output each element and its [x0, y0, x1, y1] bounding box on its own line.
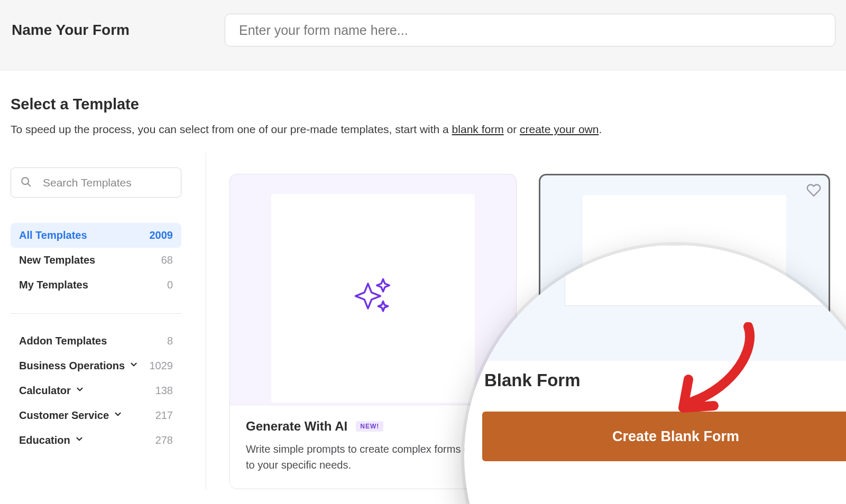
category-count: 68 — [161, 254, 173, 266]
category-count: 138 — [155, 385, 173, 397]
magnifier-body: Blank Form Create Blank Form — [464, 361, 846, 461]
category-my-templates[interactable]: My Templates 0 — [11, 273, 181, 297]
category-label: Education — [19, 434, 70, 446]
name-your-form-label: Name Your Form — [12, 22, 130, 39]
search-icon — [20, 176, 32, 190]
chevron-down-icon — [113, 409, 123, 422]
svg-line-1 — [28, 184, 31, 186]
category-count: 1029 — [150, 360, 173, 372]
category-list-top: All Templates 2009 New Templates 68 My T… — [11, 223, 181, 297]
category-count: 217 — [155, 409, 173, 422]
select-template-intro: Select a Template To speed up the proces… — [0, 70, 846, 153]
search-templates-input[interactable] — [11, 167, 181, 198]
templates-sidebar: All Templates 2009 New Templates 68 My T… — [0, 153, 206, 489]
category-label: Business Operations — [19, 360, 125, 372]
category-list-bottom: Addon Templates 8 Business Operations 10… — [11, 329, 181, 453]
category-label: Calculator — [19, 385, 71, 397]
category-count: 278 — [155, 434, 173, 446]
header-bar: Name Your Form — [0, 0, 846, 70]
category-education[interactable]: Education 278 — [11, 428, 181, 453]
category-new-templates[interactable]: New Templates 68 — [11, 248, 181, 273]
category-label: New Templates — [19, 254, 95, 266]
sparkle-icon — [351, 275, 396, 321]
magnifier-title: Blank Form — [484, 370, 846, 390]
new-badge: NEW! — [356, 421, 383, 432]
category-count: 2009 — [150, 229, 173, 241]
category-calculator[interactable]: Calculator 138 — [11, 378, 181, 403]
category-label: Addon Templates — [19, 335, 107, 347]
create-your-own-link[interactable]: create your own — [520, 123, 599, 135]
chevron-down-icon — [75, 385, 85, 397]
blank-form-link[interactable]: blank form — [452, 123, 504, 135]
chevron-down-icon — [129, 360, 139, 372]
search-wrap — [11, 167, 195, 198]
category-label: All Templates — [19, 229, 87, 241]
form-name-input[interactable] — [225, 14, 835, 46]
intro-text-mid: or — [504, 123, 520, 135]
category-customer-service[interactable]: Customer Service 217 — [11, 403, 181, 428]
select-template-heading: Select a Template — [11, 96, 835, 113]
intro-text-prefix: To speed up the process, you can select … — [11, 123, 452, 135]
select-template-text: To speed up the process, you can select … — [11, 122, 835, 137]
category-count: 0 — [167, 279, 173, 291]
chevron-down-icon — [75, 434, 84, 446]
intro-text-suffix: . — [599, 123, 602, 135]
category-addon-templates[interactable]: Addon Templates 8 — [11, 329, 181, 353]
card-title: Generate With AI — [246, 419, 347, 434]
category-label: My Templates — [19, 279, 88, 291]
card-preview-paper — [271, 194, 475, 403]
category-count: 8 — [167, 335, 173, 347]
card-preview — [230, 174, 516, 405]
category-all-templates[interactable]: All Templates 2009 — [11, 223, 181, 248]
create-blank-form-button[interactable]: Create Blank Form — [482, 412, 846, 461]
category-divider — [11, 313, 181, 314]
card-desc: Write simple prompts to create complex f… — [246, 441, 500, 473]
category-business-operations[interactable]: Business Operations 1029 — [11, 353, 181, 378]
card-title-row: Generate With AI NEW! — [246, 419, 500, 434]
category-label: Customer Service — [19, 409, 109, 422]
